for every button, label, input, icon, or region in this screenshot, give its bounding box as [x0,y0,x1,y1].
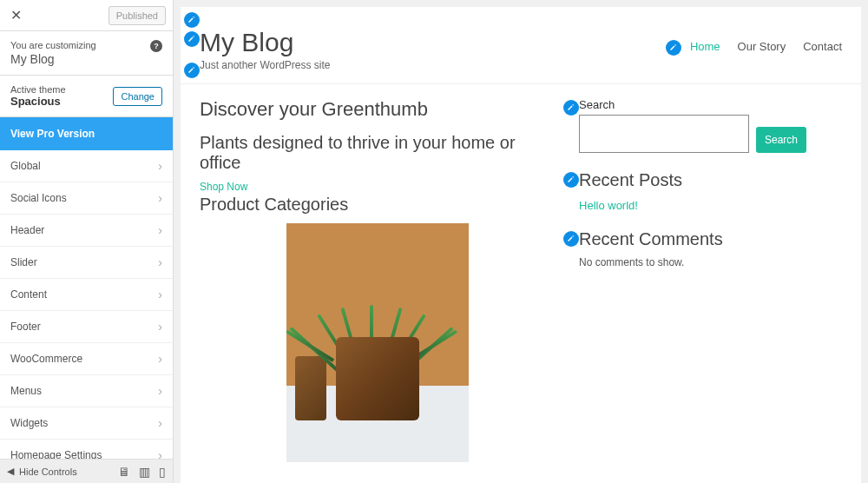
customizing-label: You are customizing [10,40,162,50]
menu-item-header[interactable]: Header› [0,215,173,247]
edit-shortcut-icon[interactable] [666,40,681,56]
edit-shortcut-icon[interactable] [184,31,200,47]
recent-comments-title: Recent Comments [579,229,842,249]
customizer-panel: ✕ Published You are customizing My Blog … [0,0,174,483]
menu-item-label: WooCommerce [10,353,82,365]
content-area: Discover your Greenthumb Plants designed… [181,84,861,473]
edit-shortcut-icon[interactable] [563,231,579,247]
menu-item-woocommerce[interactable]: WooCommerce› [0,343,173,375]
menu-item-social-icons[interactable]: Social Icons› [0,182,173,215]
main-column: Discover your Greenthumb Plants designed… [200,95,555,462]
hero-subheading: Plants designed to thrive in your home o… [200,133,555,173]
recent-posts-title: Recent Posts [579,170,842,190]
menu-item-slider[interactable]: Slider› [0,247,173,279]
chevron-right-icon: › [158,384,162,398]
menu-item-widgets[interactable]: Widgets› [0,407,173,440]
published-button[interactable]: Published [108,6,166,25]
customizer-menu-list: Global› Social Icons› Header› Slider› Co… [0,150,173,459]
recent-comments-widget: Recent Comments No comments to show. [579,229,842,268]
desktop-preview-icon[interactable]: 🖥 [118,465,130,479]
menu-item-global[interactable]: Global› [0,150,173,182]
planter-main [336,337,419,420]
menu-item-label: Homepage Settings [10,449,102,459]
edit-shortcut-icon[interactable] [184,12,200,28]
nav-link-our-story[interactable]: Our Story [738,40,786,53]
edit-shortcut-icon[interactable] [563,100,579,116]
site-preview: My Blog Just another WordPress site Home… [174,0,868,483]
menu-item-label: Slider [10,256,37,268]
search-input[interactable] [579,115,749,153]
active-theme-name: Spacious [10,95,66,108]
active-theme-row: Active theme Spacious Change [0,76,173,117]
view-pro-version-button[interactable]: View Pro Version [0,117,173,150]
shop-now-link[interactable]: Shop Now [200,181,247,193]
recent-posts-widget: Recent Posts Hello world! [579,170,842,212]
mobile-preview-icon[interactable]: ▯ [159,465,166,479]
menu-item-label: Header [10,224,44,236]
chevron-right-icon: › [158,416,162,430]
nav-link-home[interactable]: Home [690,40,720,53]
site-brand: My Blog Just another WordPress site [200,28,331,71]
menu-item-label: Menus [10,385,42,397]
chevron-right-icon: › [158,191,162,205]
menu-item-label: Widgets [10,417,48,429]
menu-item-label: Footer [10,321,41,333]
chevron-right-icon: › [158,448,162,459]
collapse-icon[interactable]: ◀ [7,466,14,477]
close-icon[interactable]: ✕ [7,5,25,26]
change-theme-button[interactable]: Change [113,87,162,106]
menu-item-footer[interactable]: Footer› [0,311,173,343]
active-theme-label: Active theme [10,84,66,95]
site-header: My Blog Just another WordPress site Home… [181,7,861,84]
chevron-right-icon: › [158,223,162,237]
search-widget: Search Search [579,98,842,153]
chevron-right-icon: › [158,288,162,301]
preview-frame: My Blog Just another WordPress site Home… [181,7,861,483]
chevron-right-icon: › [158,255,162,269]
menu-item-homepage-settings[interactable]: Homepage Settings› [0,440,173,459]
panel-top-bar: ✕ Published [0,0,173,31]
site-title[interactable]: My Blog [200,28,331,57]
hero-heading: Discover your Greenthumb [200,98,555,121]
edit-shortcut-icon[interactable] [563,172,579,188]
chevron-right-icon: › [158,352,162,366]
customizing-info: You are customizing My Blog ? [0,31,173,76]
nav-link-contact[interactable]: Contact [803,40,842,53]
panel-footer: ◀ Hide Controls 🖥 ▥ ▯ [0,459,173,483]
product-categories-heading: Product Categories [200,195,555,215]
no-comments-text: No comments to show. [579,256,842,268]
recent-post-link[interactable]: Hello world! [579,199,842,212]
menu-item-label: Social Icons [10,192,67,204]
product-category-image[interactable] [286,223,469,462]
site-tagline: Just another WordPress site [200,59,331,71]
menu-item-label: Content [10,288,47,301]
menu-item-label: Global [10,160,41,172]
menu-item-menus[interactable]: Menus› [0,375,173,407]
chevron-right-icon: › [158,320,162,334]
help-icon[interactable]: ? [150,40,162,52]
sidebar-column: Search Search Recent Posts Hello world! … [579,95,842,462]
search-label: Search [579,98,749,111]
main-navigation: Home Our Story Contact [690,40,842,53]
chevron-right-icon: › [158,159,162,173]
search-button[interactable]: Search [756,127,806,153]
tablet-preview-icon[interactable]: ▥ [139,465,150,479]
planter-side [295,356,326,420]
customizing-site-title: My Blog [10,52,162,66]
menu-item-content[interactable]: Content› [0,279,173,311]
hide-controls-button[interactable]: Hide Controls [19,466,77,477]
edit-shortcut-icon[interactable] [184,63,200,78]
